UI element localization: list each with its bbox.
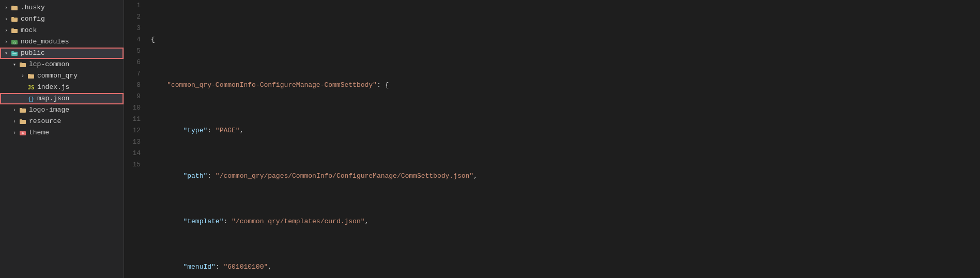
sidebar-item-index-js[interactable]: JS index.js: [0, 82, 124, 93]
svg-rect-13: [12, 53, 17, 54]
svg-rect-1: [11, 6, 14, 7]
sidebar-item-map-json[interactable]: {} map.json: [0, 93, 124, 104]
line-num-1: 1: [124, 0, 141, 11]
line-num-8: 8: [124, 80, 141, 91]
sidebar-item-label: common_qry: [37, 70, 78, 82]
sidebar-item-common-qry[interactable]: common_qry: [0, 70, 124, 82]
chevron-icon: [10, 60, 19, 69]
sidebar-item-label: mock: [21, 25, 37, 36]
json-file-icon: {}: [27, 95, 35, 103]
sidebar-item-label: theme: [29, 127, 49, 138]
chevron-icon: [10, 129, 19, 137]
chevron-icon: [2, 15, 10, 23]
svg-rect-21: [20, 119, 22, 120]
folder-icon: ⬡: [10, 38, 19, 46]
line-num-12: 12: [124, 125, 141, 136]
sidebar-item-config[interactable]: config: [0, 13, 124, 25]
js-file-icon: JS: [27, 83, 35, 91]
folder-icon: [10, 15, 19, 23]
svg-rect-15: [20, 63, 22, 64]
code-line-4: "path": "/common_qry/pages/CommonInfo/Co…: [151, 171, 980, 182]
svg-rect-0: [11, 6, 18, 10]
svg-rect-14: [20, 63, 26, 67]
code-line-5: "template": "/common_qry/templates/curd.…: [151, 216, 980, 227]
svg-rect-18: [20, 109, 26, 113]
code-line-3: "type": "PAGE",: [151, 125, 980, 136]
svg-rect-20: [20, 120, 26, 124]
line-num-14: 14: [124, 148, 141, 159]
line-num-7: 7: [124, 68, 141, 80]
folder-icon: [19, 106, 27, 114]
folder-icon: [27, 72, 35, 80]
sidebar-item-label: .husky: [21, 2, 45, 13]
line-num-3: 3: [124, 23, 141, 34]
svg-rect-7: [11, 28, 14, 29]
sidebar-item-node-modules[interactable]: ⬡ node_modules: [0, 36, 124, 48]
code-editor: 1 2 3 4 5 6 7 8 9 10 11 12 13 14 15 { "c…: [124, 0, 980, 278]
chevron-icon: [2, 26, 10, 35]
sidebar-item-label: map.json: [37, 93, 69, 104]
sidebar-item-label: config: [21, 13, 45, 25]
chevron-icon: [2, 38, 10, 46]
sidebar-item-label: resource: [29, 116, 61, 127]
chevron-icon: [2, 49, 10, 57]
sidebar-item-label: lcp-common: [29, 59, 69, 70]
code-line-1: {: [151, 34, 980, 45]
code-line-2: "common_qry-CommonInfo-ConfigureManage-C…: [151, 80, 980, 91]
sidebar-item-label: node_modules: [21, 36, 69, 48]
sidebar-item-theme[interactable]: theme: [0, 127, 124, 138]
sidebar-item-public[interactable]: public: [0, 48, 124, 59]
folder-icon: [19, 117, 27, 126]
line-num-15: 15: [124, 159, 141, 171]
folder-icon: [10, 4, 19, 12]
sidebar-item-label: public: [21, 48, 45, 59]
folder-icon: [10, 26, 19, 35]
line-num-4: 4: [124, 34, 141, 45]
line-numbers: 1 2 3 4 5 6 7 8 9 10 11 12 13 14 15: [124, 0, 147, 278]
line-num-6: 6: [124, 57, 141, 68]
sidebar-item-logo-image[interactable]: logo-image: [0, 104, 124, 116]
sidebar-item-mock[interactable]: mock: [0, 25, 124, 36]
svg-rect-3: [11, 17, 14, 18]
svg-text:⬡: ⬡: [13, 41, 16, 44]
chevron-icon: [10, 117, 19, 126]
sidebar-item-husky[interactable]: .husky: [0, 2, 124, 13]
code-area: 1 2 3 4 5 6 7 8 9 10 11 12 13 14 15 { "c…: [124, 0, 980, 278]
folder-icon: [10, 49, 19, 57]
folder-icon: [19, 60, 27, 69]
sidebar-item-label: logo-image: [29, 104, 69, 116]
line-num-10: 10: [124, 102, 141, 114]
folder-icon: [19, 129, 27, 137]
line-num-11: 11: [124, 114, 141, 125]
svg-rect-4: [12, 19, 17, 19]
svg-rect-5: [12, 20, 16, 20]
chevron-icon: [19, 72, 27, 80]
svg-rect-19: [20, 108, 22, 109]
line-num-13: 13: [124, 136, 141, 148]
chevron-icon: [10, 106, 19, 114]
sidebar-item-label: index.js: [37, 82, 69, 93]
svg-rect-23: [20, 131, 22, 132]
line-num-9: 9: [124, 91, 141, 102]
chevron-icon: [2, 4, 10, 12]
sidebar-item-resource[interactable]: resource: [0, 116, 124, 127]
code-line-6: "menuId": "601010100",: [151, 261, 980, 273]
svg-rect-17: [28, 74, 30, 75]
line-num-5: 5: [124, 45, 141, 57]
svg-rect-16: [28, 74, 34, 79]
svg-rect-12: [11, 51, 14, 52]
svg-point-24: [22, 132, 24, 134]
sidebar-item-lcp-common[interactable]: lcp-common: [0, 59, 124, 70]
file-explorer: .husky config mock: [0, 0, 124, 278]
svg-rect-6: [11, 29, 18, 33]
line-num-2: 2: [124, 11, 141, 23]
code-content[interactable]: { "common_qry-CommonInfo-ConfigureManage…: [147, 0, 980, 278]
